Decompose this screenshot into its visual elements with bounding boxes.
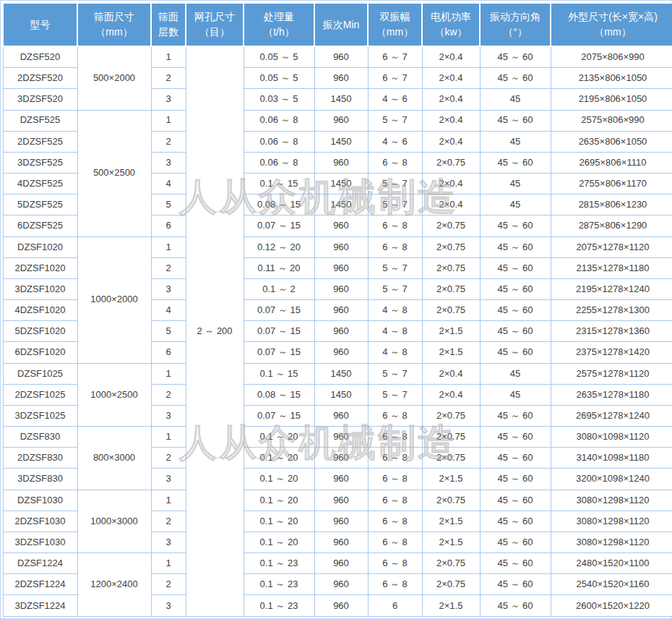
- dimensions-cell: 2695×1278×1240: [551, 405, 672, 426]
- model-cell: 2DZSF830: [3, 448, 77, 469]
- capacity-cell: 0.08 ～ 15: [244, 384, 314, 405]
- motor-power-cell: 2×0.4: [422, 363, 480, 384]
- dimensions-cell: 2635×1278×1180: [551, 384, 672, 405]
- angle-cell: 45 ～ 60: [480, 511, 551, 532]
- model-cell: 3DZSF1224: [3, 595, 77, 617]
- dimensions-cell: 2135×806×1050: [551, 68, 672, 89]
- frequency-cell: 960: [314, 110, 368, 131]
- angle-cell: 45 ～ 60: [480, 342, 551, 363]
- motor-power-cell: 2×0.4: [422, 46, 480, 68]
- layers-cell: 6: [151, 215, 186, 236]
- dimensions-cell: 2695×806×1110: [551, 152, 672, 173]
- capacity-cell: 0.11 ～ 20: [244, 257, 314, 278]
- table-row: DZSF10251000×250010.1 ～ 1514505 ～ 72×0.4…: [3, 363, 672, 384]
- layers-cell: 2: [151, 511, 186, 532]
- amplitude-cell: 5 ～ 7: [368, 363, 422, 384]
- dimensions-cell: 2575×1278×1120: [551, 363, 672, 384]
- frequency-cell: 1450: [314, 363, 368, 384]
- frequency-cell: 1450: [314, 174, 368, 195]
- angle-cell: 45 ～ 60: [480, 321, 551, 342]
- frequency-cell: 1450: [314, 195, 368, 215]
- motor-power-cell: 2×0.4: [422, 68, 480, 89]
- model-cell: DZSF1224: [3, 553, 77, 574]
- layers-cell: 2: [151, 131, 186, 152]
- amplitude-cell: 4 ～ 8: [368, 321, 422, 342]
- frequency-cell: 960: [314, 236, 368, 257]
- layers-cell: 1: [151, 236, 186, 257]
- frequency-cell: 960: [314, 532, 368, 552]
- amplitude-cell: 6 ～ 8: [368, 448, 422, 469]
- angle-cell: 45 ～ 60: [480, 553, 551, 574]
- motor-power-cell: 2×0.75: [422, 574, 480, 595]
- dimensions-cell: 3080×1098×1120: [551, 427, 672, 448]
- capacity-cell: 0.1 ～ 23: [244, 574, 314, 595]
- capacity-cell: 0.05 ～ 5: [244, 68, 314, 89]
- spec-table: 型号 筛面尺寸 （mm） 筛面 层数 网孔尺寸 （目） 处理量 （t/h） 振次…: [2, 2, 672, 617]
- dimensions-cell: 2755×806×1170: [551, 174, 672, 195]
- model-cell: 2DZSF1224: [3, 574, 77, 595]
- model-cell: 4DZSF525: [3, 174, 77, 195]
- layers-cell: 3: [151, 469, 186, 490]
- amplitude-cell: 4 ～ 6: [368, 89, 422, 110]
- layers-cell: 1: [151, 46, 186, 68]
- amplitude-cell: 6: [368, 595, 422, 617]
- angle-cell: 45 ～ 60: [480, 110, 551, 131]
- amplitude-cell: 6 ～ 8: [368, 532, 422, 552]
- col-header-capacity: 处理量 （t/h）: [244, 3, 314, 46]
- model-cell: 2DZSF525: [3, 131, 77, 152]
- capacity-cell: 0.06 ～ 8: [244, 152, 314, 173]
- amplitude-cell: 6 ～ 8: [368, 553, 422, 574]
- amplitude-cell: 4 ～ 6: [368, 131, 422, 152]
- layers-cell: 2: [151, 257, 186, 278]
- model-cell: 5DZSF1020: [3, 321, 77, 342]
- motor-power-cell: 2×1.5: [422, 595, 480, 617]
- angle-cell: 45 ～ 60: [480, 532, 551, 552]
- model-cell: 6DZSF1020: [3, 342, 77, 363]
- amplitude-cell: 5 ～ 7: [368, 195, 422, 215]
- amplitude-cell: 5 ～ 7: [368, 384, 422, 405]
- dimensions-cell: 2375×1278×1420: [551, 342, 672, 363]
- capacity-cell: 0.1 ～ 23: [244, 553, 314, 574]
- frequency-cell: 960: [314, 321, 368, 342]
- table-row: DZSF12241200×240010.1 ～ 239606 ～ 82×0.75…: [3, 553, 672, 574]
- dimensions-cell: 2195×806×1050: [551, 89, 672, 110]
- dimensions-cell: 2075×1278×1120: [551, 236, 672, 257]
- model-cell: 2DZSF520: [3, 68, 77, 89]
- layers-cell: 3: [151, 278, 186, 299]
- angle-cell: 45: [480, 131, 551, 152]
- amplitude-cell: 5 ～ 7: [368, 110, 422, 131]
- motor-power-cell: 2×0.75: [422, 236, 480, 257]
- angle-cell: 45 ～ 60: [480, 152, 551, 173]
- dimensions-cell: 3140×1098×1180: [551, 448, 672, 469]
- capacity-cell: 0.1 ～ 20: [244, 469, 314, 490]
- table-header: 型号 筛面尺寸 （mm） 筛面 层数 网孔尺寸 （目） 处理量 （t/h） 振次…: [3, 3, 672, 46]
- capacity-cell: 0.1 ～ 23: [244, 595, 314, 617]
- frequency-cell: 960: [314, 553, 368, 574]
- dimensions-cell: 2480×1520×1100: [551, 553, 672, 574]
- dimensions-cell: 2575×806×990: [551, 110, 672, 131]
- capacity-cell: 0.1 ～ 15: [244, 363, 314, 384]
- motor-power-cell: 2×0.4: [422, 89, 480, 110]
- motor-power-cell: 2×0.75: [422, 553, 480, 574]
- dimensions-cell: 2195×1278×1240: [551, 278, 672, 299]
- amplitude-cell: 6 ～ 8: [368, 427, 422, 448]
- amplitude-cell: 5 ～ 7: [368, 174, 422, 195]
- motor-power-cell: 2×1.5: [422, 342, 480, 363]
- table-row: DZSF10201000×200010.12 ～ 209606 ～ 82×0.7…: [3, 236, 672, 257]
- angle-cell: 45 ～ 60: [480, 490, 551, 511]
- dimensions-cell: 2135×1278×1180: [551, 257, 672, 278]
- angle-cell: 45 ～ 60: [480, 278, 551, 299]
- model-cell: 2DZSF1020: [3, 257, 77, 278]
- screen-size-cell: 500×2500: [77, 110, 151, 236]
- layers-cell: 1: [151, 553, 186, 574]
- model-cell: 3DZSF520: [3, 89, 77, 110]
- motor-power-cell: 2×0.4: [422, 174, 480, 195]
- amplitude-cell: 6 ～ 8: [368, 236, 422, 257]
- frequency-cell: 960: [314, 46, 368, 68]
- amplitude-cell: 6 ～ 8: [368, 511, 422, 532]
- angle-cell: 45 ～ 60: [480, 448, 551, 469]
- capacity-cell: 0.1 ～ 20: [244, 490, 314, 511]
- angle-cell: 45 ～ 60: [480, 236, 551, 257]
- angle-cell: 45 ～ 60: [480, 427, 551, 448]
- col-header-amplitude: 双振幅 （mm）: [368, 3, 422, 46]
